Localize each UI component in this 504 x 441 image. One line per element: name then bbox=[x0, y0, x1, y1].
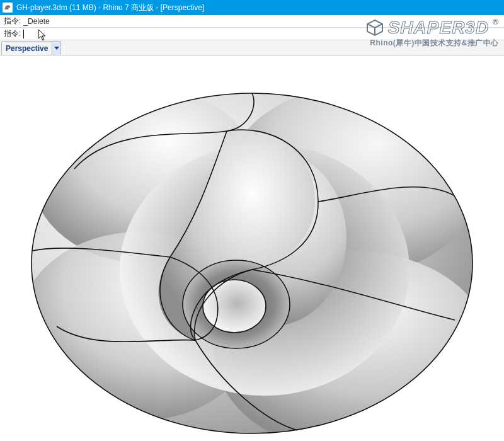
viewport-render bbox=[0, 55, 504, 441]
perspective-viewport[interactable] bbox=[0, 55, 504, 441]
tab-label: Perspective bbox=[6, 44, 48, 53]
command-input-row: 指令: bbox=[0, 28, 504, 40]
tab-perspective[interactable]: Perspective bbox=[1, 41, 52, 55]
command-history-value: _Delete bbox=[23, 17, 49, 26]
command-history-row: 指令: _Delete bbox=[0, 15, 504, 28]
tab-dropdown-button[interactable] bbox=[52, 41, 61, 55]
title-app: Rhino 7 商业版 bbox=[103, 3, 154, 12]
rhino-app-icon bbox=[3, 3, 13, 13]
title-view: [Perspective] bbox=[161, 3, 204, 12]
window-titlebar: GH-player.3dm (11 MB) - Rhino 7 商业版 - [P… bbox=[0, 0, 504, 15]
title-filesize: (11 MB) bbox=[69, 3, 96, 12]
viewport-tab-bar: Perspective bbox=[0, 40, 504, 55]
command-input-label: 指令: bbox=[4, 28, 21, 39]
text-caret bbox=[23, 30, 24, 38]
chevron-down-icon bbox=[54, 47, 59, 50]
window-title: GH-player.3dm (11 MB) - Rhino 7 商业版 - [P… bbox=[16, 3, 204, 13]
command-label: 指令: bbox=[4, 16, 21, 26]
command-input[interactable] bbox=[26, 28, 500, 40]
title-filename: GH-player.3dm bbox=[16, 3, 67, 12]
